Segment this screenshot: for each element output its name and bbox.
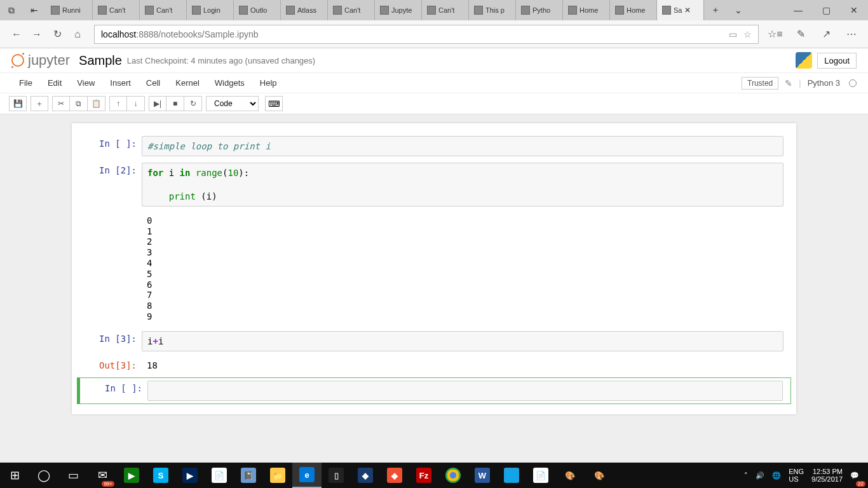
paint-icon[interactable]: 🎨 <box>555 463 585 488</box>
network-icon[interactable]: 🌐 <box>768 471 785 480</box>
close-tab-icon[interactable]: ✕ <box>684 6 691 15</box>
show-hidden-icons[interactable]: ˄ <box>740 471 752 480</box>
paste-button[interactable]: 📋 <box>88 96 105 111</box>
browser-tab[interactable]: Can't <box>422 0 469 20</box>
command-palette-button[interactable]: ⌨ <box>265 96 283 111</box>
browser-tab[interactable]: Jupyte <box>375 0 422 20</box>
taskbar-app-2[interactable]: 🌐 <box>497 463 526 488</box>
notebook-title[interactable]: Sample <box>79 53 122 68</box>
home-button[interactable]: ⌂ <box>67 24 88 44</box>
stop-button[interactable]: ■ <box>166 96 184 111</box>
tab-dropdown-icon[interactable]: ⌄ <box>727 0 750 20</box>
notebook-scroll-area[interactable]: In [ ]:#simple loop to print iIn [2]:for… <box>0 114 868 488</box>
browser-tab[interactable]: Can't <box>93 0 140 20</box>
back-button[interactable]: ← <box>6 24 27 44</box>
browser-tab[interactable]: Home <box>610 0 657 20</box>
clock[interactable]: 12:53 PM9/25/2017 <box>808 468 846 483</box>
notebook-cell[interactable]: In [3]:i+i <box>72 329 796 354</box>
code-input[interactable]: for i in range(10): print (i) <box>142 163 783 207</box>
cut-button[interactable]: ✂ <box>52 96 70 111</box>
close-window-button[interactable]: ✕ <box>840 0 868 20</box>
favorite-icon[interactable]: ☆ <box>743 29 752 39</box>
browser-tab[interactable]: Pytho <box>516 0 563 20</box>
notebook-cell[interactable]: In [2]:for i in range(10): print (i) <box>72 160 796 209</box>
code-input[interactable] <box>147 381 783 401</box>
trusted-indicator[interactable]: Trusted <box>742 77 778 90</box>
file-explorer-icon[interactable]: 📁 <box>263 463 292 488</box>
action-center-icon[interactable]: 💬22 <box>846 471 863 480</box>
jupyter-logo[interactable]: jupyter <box>11 52 70 69</box>
browser-tab[interactable]: Can't <box>140 0 187 20</box>
share-icon[interactable]: ↗ <box>816 24 836 44</box>
browser-tab[interactable]: Can't <box>328 0 375 20</box>
menu-view[interactable]: View <box>69 76 102 90</box>
taskbar-app-3[interactable]: 📄 <box>526 463 555 488</box>
address-bar[interactable]: localhost:8888/notebooks/Sample.ipynb ▭ … <box>94 25 759 44</box>
notebook-cell[interactable]: In [ ]:#simple loop to print i <box>72 133 796 159</box>
filezilla-icon[interactable]: Fz <box>409 463 438 488</box>
taskbar-app-1[interactable]: ▶ <box>117 463 146 488</box>
browser-tab[interactable]: This p <box>469 0 516 20</box>
output-prompt: Out[3]: <box>78 358 142 374</box>
notebook-cell[interactable]: In [ ]: <box>77 377 791 404</box>
start-button[interactable]: ⊞ <box>0 463 29 488</box>
sticky-notes-icon[interactable]: 📓 <box>234 463 263 488</box>
cell-output: 18 <box>142 358 783 374</box>
reading-view-icon[interactable]: ▭ <box>729 29 737 39</box>
save-button[interactable]: 💾 <box>9 96 27 111</box>
code-input[interactable]: i+i <box>142 331 783 351</box>
menu-edit[interactable]: Edit <box>40 76 69 90</box>
browser-tab[interactable]: Outlo <box>234 0 281 20</box>
volume-icon[interactable]: 🔊 <box>752 471 768 480</box>
chrome-icon[interactable] <box>438 463 468 488</box>
browser-tab[interactable]: Sa✕ <box>657 0 704 20</box>
edge-browser-icon[interactable]: e <box>292 463 322 488</box>
browser-tab[interactable]: Atlass <box>281 0 328 20</box>
menu-kernel[interactable]: Kernel <box>168 76 207 90</box>
cortana-button[interactable]: ◯ <box>29 463 58 488</box>
language-indicator[interactable]: ENGUS <box>785 468 808 483</box>
minimize-button[interactable]: — <box>784 0 812 20</box>
forward-button[interactable]: → <box>27 24 47 44</box>
favorites-hub-icon[interactable]: ☆≡ <box>765 24 785 44</box>
git-icon[interactable]: ◆ <box>380 463 409 488</box>
input-prompt: In [3]: <box>78 331 142 351</box>
notes-icon[interactable]: ✎ <box>790 24 811 44</box>
menu-insert[interactable]: Insert <box>102 76 139 90</box>
powershell-icon[interactable]: ▶ <box>175 463 205 488</box>
tab-set-aside-icon[interactable]: ⇤ <box>23 0 46 20</box>
menu-help[interactable]: Help <box>252 76 285 90</box>
tab-actions-icon[interactable]: ⧉ <box>0 0 23 20</box>
restart-button[interactable]: ↻ <box>184 96 202 111</box>
tabs-container: RunniCan'tCan'tLoginOutloAtlassCan'tJupy… <box>46 0 704 20</box>
edit-metadata-icon[interactable]: ✎ <box>785 78 792 88</box>
maximize-button[interactable]: ▢ <box>812 0 840 20</box>
kernel-name[interactable]: Python 3 <box>808 78 840 88</box>
task-view-button[interactable]: ▭ <box>58 463 88 488</box>
more-icon[interactable]: ⋯ <box>841 24 862 44</box>
move-up-button[interactable]: ↑ <box>109 96 127 111</box>
terminal-icon[interactable]: ▯ <box>322 463 351 488</box>
browser-tab[interactable]: Login <box>187 0 234 20</box>
mail-app-icon[interactable]: ✉99+ <box>88 463 117 488</box>
menu-file[interactable]: File <box>11 76 40 90</box>
taskbar-app-4[interactable]: 🎨 <box>585 463 614 488</box>
browser-tab[interactable]: Home <box>563 0 610 20</box>
word-icon[interactable]: W <box>468 463 497 488</box>
code-input[interactable]: #simple loop to print i <box>142 136 783 156</box>
menu-cell[interactable]: Cell <box>139 76 168 90</box>
refresh-button[interactable]: ↻ <box>47 24 67 44</box>
menu-widgets[interactable]: Widgets <box>207 76 252 90</box>
skype-icon[interactable]: S <box>146 463 175 488</box>
run-button[interactable]: ▶| <box>149 96 166 111</box>
browser-tab[interactable]: Runni <box>46 0 93 20</box>
move-down-button[interactable]: ↓ <box>127 96 145 111</box>
logout-button[interactable]: Logout <box>817 53 857 69</box>
input-prompt: In [ ]: <box>84 381 147 401</box>
cell-type-select[interactable]: Code <box>206 96 259 111</box>
add-cell-button[interactable]: ＋ <box>31 96 48 111</box>
new-tab-button[interactable]: ＋ <box>704 0 727 20</box>
virtualbox-icon[interactable]: ◆ <box>351 463 380 488</box>
notepad-icon[interactable]: 📄 <box>205 463 234 488</box>
copy-button[interactable]: ⧉ <box>70 96 88 111</box>
